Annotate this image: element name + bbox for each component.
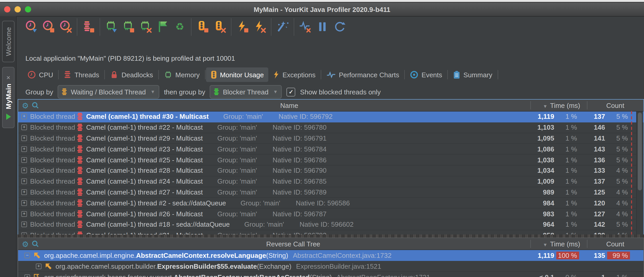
- stop-cpu-profiling-button[interactable]: [42, 20, 55, 33]
- expand-toggle[interactable]: +: [21, 124, 27, 130]
- clear-exception-results-button[interactable]: [253, 20, 266, 33]
- row-prefix: Blocked thread: [30, 177, 76, 185]
- thread-row[interactable]: +Blocked threadCamel (camel-1) thread #2…: [18, 122, 643, 133]
- row-prefix: Blocked thread: [30, 221, 76, 228]
- thread-row[interactable]: +Blocked threadCamel (camel-1) thread #3…: [18, 112, 643, 122]
- expand-toggle[interactable]: +: [21, 189, 27, 195]
- callback-arrow-icon: [33, 273, 41, 277]
- show-blocked-threads-checkbox[interactable]: ✓: [287, 87, 296, 96]
- start-cpu-profiling-button[interactable]: [25, 20, 38, 33]
- scrollbar-thumb[interactable]: [638, 113, 642, 190]
- call-tree-row[interactable]: −org.apache.camel.impl.engine.AbstractCa…: [18, 250, 643, 261]
- count-column-header[interactable]: Count: [606, 101, 624, 109]
- group-by-dropdown[interactable]: Waiting / Blocked Thread ▼: [58, 85, 159, 99]
- thread-row[interactable]: +Blocked threadCamel (camel-1) thread #2…: [18, 133, 643, 144]
- expand-toggle[interactable]: +: [21, 168, 27, 174]
- gear-icon[interactable]: ⚙: [22, 101, 29, 109]
- filter-bar: Group by Waiting / Blocked Thread ▼ then…: [25, 85, 381, 99]
- titlebar[interactable]: MyMain - YourKit Java Profiler 2020.9-b4…: [0, 3, 644, 17]
- tab-performance-charts[interactable]: Performance Charts: [322, 67, 404, 82]
- method-package: org.springframework.beans.factory.suppor…: [44, 273, 332, 277]
- thread-row[interactable]: +Blocked threadCamel (camel-1) thread #2…: [18, 209, 643, 219]
- close-icon[interactable]: ×: [6, 75, 10, 81]
- stop-allocation-recording-button[interactable]: [122, 20, 135, 33]
- row-prefix: Blocked thread: [30, 113, 76, 121]
- thread-row[interactable]: +Blocked threadCamel (camel-1) thread #2…: [18, 155, 643, 165]
- time-column-header[interactable]: ▼Time (ms): [543, 101, 580, 109]
- time-percent: 1 %: [556, 199, 579, 207]
- red-thread-icon: [77, 123, 83, 131]
- gear-icon[interactable]: ⚙: [22, 240, 29, 248]
- count-column-header[interactable]: Count: [606, 240, 624, 248]
- clear-allocation-results-button[interactable]: [139, 20, 152, 33]
- time-column-header[interactable]: ▼Time (ms): [543, 240, 580, 248]
- expand-toggle[interactable]: +: [21, 222, 27, 227]
- reverse-call-tree-column-header[interactable]: Reverse Call Tree: [266, 240, 320, 248]
- clear-telemetry-button[interactable]: [299, 20, 312, 33]
- tab-memory[interactable]: Memory: [159, 67, 204, 82]
- sidebar-tab-mymain[interactable]: × MyMain: [2, 67, 15, 128]
- inspections-wand-button[interactable]: [276, 20, 289, 33]
- sidebar-tab-welcome[interactable]: Welcome: [2, 21, 15, 62]
- panel-splitter[interactable]: [18, 234, 644, 238]
- tab-events[interactable]: Events: [406, 67, 447, 82]
- thread-row[interactable]: +Blocked threadCamel (camel-1) thread #2…: [18, 165, 643, 176]
- vertical-scrollbar[interactable]: [636, 112, 643, 234]
- time-value: 1,119: [509, 251, 556, 259]
- count-percent: 5 %: [607, 221, 630, 228]
- clear-cpu-results-button[interactable]: [59, 20, 72, 33]
- count-value: 146: [579, 123, 607, 131]
- thread-row[interactable]: +Blocked threadCamel (camel-1) thread #2…: [18, 198, 643, 209]
- refresh-button[interactable]: [333, 20, 346, 33]
- force-gc-button[interactable]: ♻: [173, 20, 186, 33]
- capture-memory-snapshot-button[interactable]: [156, 20, 169, 33]
- pause-button[interactable]: [316, 20, 329, 33]
- count-value: 127: [579, 210, 607, 218]
- tab-cpu[interactable]: CPU: [23, 67, 58, 82]
- stop-exception-profiling-button[interactable]: [236, 20, 249, 33]
- thread-native-id: Native ID: 596786: [272, 156, 326, 164]
- thread-row[interactable]: +Blocked threadCamel (camel-1) thread #2…: [18, 144, 643, 155]
- expand-toggle[interactable]: +: [21, 146, 27, 152]
- thread-row[interactable]: +Blocked threadCamel (camel-1) thread #2…: [18, 187, 643, 198]
- expand-toggle[interactable]: +: [24, 274, 30, 277]
- thread-group: Group: 'main': [217, 134, 257, 142]
- capture-thread-dump-button[interactable]: [82, 20, 95, 33]
- time-percent: 1 %: [556, 134, 579, 142]
- tab-deadlocks[interactable]: Deadlocks: [105, 67, 157, 82]
- call-tree-row[interactable]: +org.springframework.beans.factory.suppo…: [18, 272, 643, 277]
- traffic-light-icon: [211, 71, 217, 79]
- expand-toggle[interactable]: +: [21, 200, 27, 206]
- expand-toggle[interactable]: +: [36, 264, 42, 269]
- name-column-header[interactable]: Name: [280, 101, 298, 109]
- tab-exceptions[interactable]: Exceptions: [269, 67, 320, 82]
- expand-toggle[interactable]: +: [21, 178, 27, 184]
- thread-name: Camel (camel-1) thread #22 - Multicast: [86, 123, 203, 131]
- search-icon[interactable]: [32, 240, 39, 247]
- stop-monitor-profiling-button[interactable]: [196, 20, 209, 33]
- expand-toggle[interactable]: +: [21, 211, 27, 217]
- tab-threads[interactable]: Threads: [59, 67, 104, 82]
- clear-monitor-results-button[interactable]: [213, 20, 226, 33]
- chevron-down-icon: ▼: [150, 89, 155, 94]
- thread-native-id: Native ID: 596790: [272, 167, 326, 175]
- expand-toggle[interactable]: +: [21, 114, 27, 120]
- thread-native-id: Native ID: 596784: [272, 145, 326, 153]
- then-group-by-dropdown[interactable]: Blocker Thread ▼: [210, 85, 282, 99]
- red-thread-icon: [77, 167, 83, 175]
- time-value: 1,009: [509, 177, 556, 185]
- count-value: 137: [579, 177, 607, 185]
- threshold-red-line: [631, 111, 632, 235]
- thread-row[interactable]: +Blocked threadCamel (camel-1) thread #2…: [18, 176, 643, 187]
- tab-monitor-usage[interactable]: Monitor Usage: [206, 67, 269, 82]
- call-tree-row[interactable]: +org.apache.camel.support.builder.Expres…: [18, 261, 643, 272]
- start-allocation-recording-button[interactable]: [105, 20, 118, 33]
- thread-row[interactable]: +Blocked threadCamel (camel-1) thread #1…: [18, 219, 643, 230]
- tab-summary[interactable]: Summary: [448, 67, 497, 82]
- expand-toggle[interactable]: +: [21, 135, 27, 141]
- time-value: 983: [509, 210, 556, 218]
- method-package: org.apache.camel.support.builder.Express…: [56, 262, 291, 270]
- expand-toggle[interactable]: +: [21, 157, 27, 163]
- search-icon[interactable]: [32, 102, 39, 109]
- expand-toggle[interactable]: −: [24, 252, 30, 258]
